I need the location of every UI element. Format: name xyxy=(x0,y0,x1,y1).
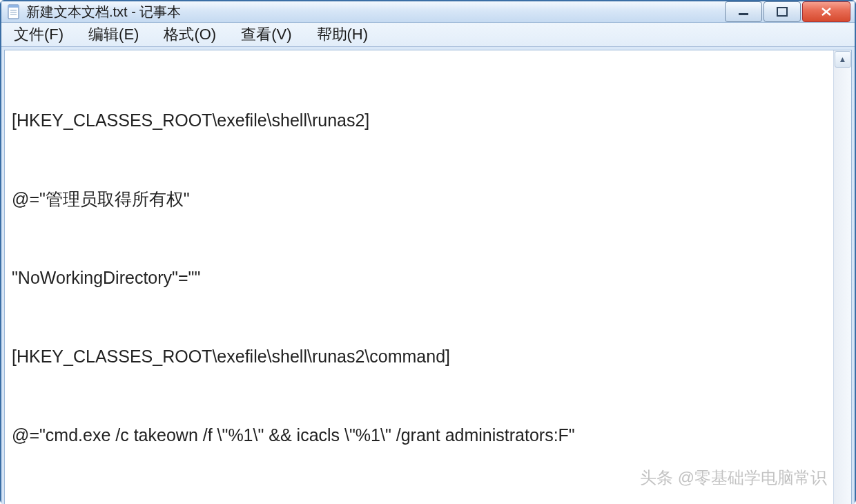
svg-rect-5 xyxy=(739,13,748,15)
close-icon xyxy=(819,7,833,17)
client-area: [HKEY_CLASSES_ROOT\exefile\shell\runas2]… xyxy=(4,50,852,504)
minimize-button[interactable] xyxy=(725,1,762,22)
menu-help[interactable]: 帮助(H) xyxy=(313,23,373,46)
scroll-up-button[interactable]: ▲ xyxy=(835,51,851,68)
close-button[interactable] xyxy=(802,1,850,22)
svg-rect-1 xyxy=(8,5,19,8)
notepad-window: 新建文本文档.txt - 记事本 文件(F) 编辑(E) 格式(O) 查看(V)… xyxy=(0,0,856,504)
chevron-up-icon: ▲ xyxy=(839,55,847,64)
vertical-scroll-track[interactable] xyxy=(834,68,851,504)
menu-bar: 文件(F) 编辑(E) 格式(O) 查看(V) 帮助(H) xyxy=(1,23,855,47)
minimize-icon xyxy=(737,7,750,17)
menu-format[interactable]: 格式(O) xyxy=(159,23,220,46)
menu-file[interactable]: 文件(F) xyxy=(10,23,68,46)
text-line: [HKEY_CLASSES_ROOT\exefile\shell\runas2] xyxy=(12,107,830,133)
text-line: @="cmd.exe /c takeown /f \"%1\" && icacl… xyxy=(12,422,830,448)
svg-rect-6 xyxy=(777,8,787,16)
text-line: "IsolatedCommand"="cmd.exe /c takeown /f… xyxy=(12,501,830,504)
maximize-button[interactable] xyxy=(763,1,801,22)
window-controls xyxy=(725,1,850,22)
client-area-wrap: [HKEY_CLASSES_ROOT\exefile\shell\runas2]… xyxy=(1,47,855,504)
menu-view[interactable]: 查看(V) xyxy=(237,23,295,46)
window-title: 新建文本文档.txt - 记事本 xyxy=(26,3,725,21)
text-line: @="管理员取得所有权" xyxy=(12,186,830,212)
text-line: [HKEY_CLASSES_ROOT\exefile\shell\runas2\… xyxy=(12,343,830,369)
text-editor[interactable]: [HKEY_CLASSES_ROOT\exefile\shell\runas2]… xyxy=(5,50,833,504)
title-bar[interactable]: 新建文本文档.txt - 记事本 xyxy=(1,1,855,23)
menu-edit[interactable]: 编辑(E) xyxy=(84,23,143,46)
vertical-scrollbar[interactable]: ▲ ▼ xyxy=(833,50,851,504)
maximize-icon xyxy=(776,7,788,17)
text-line: "NoWorkingDirectory"="" xyxy=(12,264,830,291)
notepad-icon xyxy=(7,3,21,20)
